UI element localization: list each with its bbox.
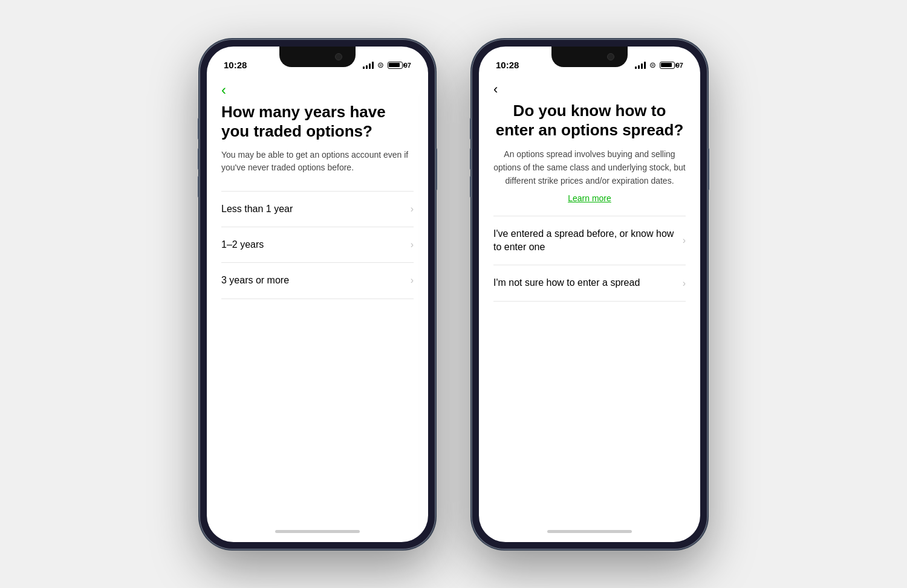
status-time-1: 10:28 bbox=[224, 60, 247, 70]
battery-text-2: 97 bbox=[676, 62, 683, 69]
battery-1: 97 bbox=[388, 62, 411, 69]
phone-1-content: ‹ How many years have you traded options… bbox=[207, 76, 428, 522]
page-title-1: How many years have you traded options? bbox=[221, 102, 414, 141]
back-chevron-icon-1: ‹ bbox=[221, 82, 226, 98]
option-chevron-1-2: › bbox=[411, 275, 414, 286]
option-label-2-0: I've entered a spread before, or know ho… bbox=[493, 227, 683, 254]
battery-body-1 bbox=[388, 62, 403, 69]
option-item-2-1[interactable]: I'm not sure how to enter a spread › bbox=[493, 265, 686, 301]
notch-camera-2 bbox=[607, 53, 614, 60]
phone-1-screen: 10:28 ⊜ 97 bbox=[207, 47, 428, 542]
battery-body-2 bbox=[660, 62, 675, 69]
option-label-2-1: I'm not sure how to enter a spread bbox=[493, 276, 683, 289]
option-chevron-2-0: › bbox=[683, 235, 686, 246]
option-label-1-0: Less than 1 year bbox=[221, 202, 411, 216]
option-chevron-2-1: › bbox=[683, 278, 686, 289]
back-arrow-icon-2: ‹ bbox=[493, 82, 498, 97]
page-subtitle-1: You may be able to get an options accoun… bbox=[221, 149, 414, 174]
battery-fill-1 bbox=[389, 63, 400, 67]
option-item-1-2[interactable]: 3 years or more › bbox=[221, 263, 414, 299]
home-bar-1 bbox=[275, 530, 360, 533]
options-list-1: Less than 1 year › 1–2 years › 3 years o… bbox=[221, 191, 414, 299]
battery-fill-2 bbox=[661, 63, 672, 67]
home-indicator-1 bbox=[207, 522, 428, 542]
status-time-2: 10:28 bbox=[496, 60, 519, 70]
phone-1: 10:28 ⊜ 97 bbox=[200, 39, 435, 549]
status-icons-1: ⊜ 97 bbox=[363, 60, 411, 69]
wifi-icon-1: ⊜ bbox=[377, 60, 384, 69]
home-indicator-2 bbox=[479, 522, 700, 542]
signal-bar-2-3 bbox=[641, 63, 643, 69]
phones-container: 10:28 ⊜ 97 bbox=[200, 39, 707, 549]
description-block-2: An options spread involves buying and se… bbox=[493, 147, 686, 204]
option-chevron-1-0: › bbox=[411, 204, 414, 215]
phone-2-content: ‹ Do you know how to enter an options sp… bbox=[479, 76, 700, 522]
signal-bar-4 bbox=[372, 62, 374, 69]
phone-2-screen: 10:28 ⊜ 97 bbox=[479, 47, 700, 542]
description-text-2: An options spread involves buying and se… bbox=[493, 147, 686, 188]
status-bar-2: 10:28 ⊜ 97 bbox=[479, 47, 700, 76]
signal-bars-1 bbox=[363, 62, 374, 69]
notch-camera-1 bbox=[335, 53, 342, 60]
signal-bar-2-2 bbox=[638, 65, 640, 69]
notch-2 bbox=[551, 47, 628, 67]
signal-bar-3 bbox=[369, 63, 371, 69]
phone-2: 10:28 ⊜ 97 bbox=[472, 39, 707, 549]
learn-more-link[interactable]: Learn more bbox=[568, 193, 611, 203]
status-icons-2: ⊜ 97 bbox=[635, 60, 683, 69]
battery-2: 97 bbox=[660, 62, 683, 69]
home-bar-2 bbox=[547, 530, 632, 533]
option-item-1-0[interactable]: Less than 1 year › bbox=[221, 191, 414, 227]
option-label-1-2: 3 years or more bbox=[221, 274, 411, 287]
signal-bar-2-1 bbox=[635, 66, 637, 69]
option-label-1-1: 1–2 years bbox=[221, 238, 411, 251]
options-list-2: I've entered a spread before, or know ho… bbox=[493, 216, 686, 302]
signal-bar-1 bbox=[363, 66, 365, 69]
status-bar-1: 10:28 ⊜ 97 bbox=[207, 47, 428, 76]
signal-bars-2 bbox=[635, 62, 646, 69]
wifi-icon-2: ⊜ bbox=[649, 60, 656, 69]
signal-bar-2 bbox=[366, 65, 368, 69]
battery-text-1: 97 bbox=[404, 62, 411, 69]
option-item-1-1[interactable]: 1–2 years › bbox=[221, 227, 414, 263]
notch-1 bbox=[279, 47, 356, 67]
back-button-2[interactable]: ‹ bbox=[493, 76, 686, 101]
back-button-1[interactable]: ‹ bbox=[221, 76, 414, 102]
page-title-2: Do you know how to enter an options spre… bbox=[493, 101, 686, 140]
option-item-2-0[interactable]: I've entered a spread before, or know ho… bbox=[493, 216, 686, 266]
signal-bar-2-4 bbox=[644, 62, 646, 69]
option-chevron-1-1: › bbox=[411, 239, 414, 250]
